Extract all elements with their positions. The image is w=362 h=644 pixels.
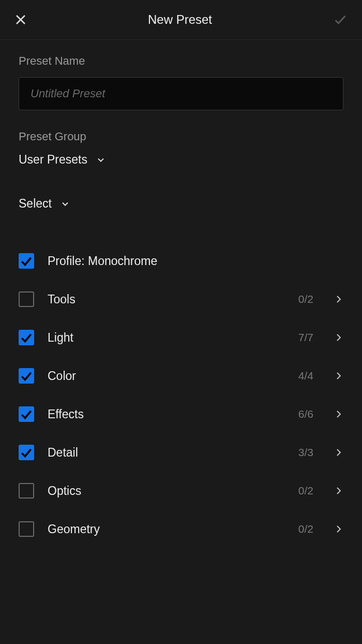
option-count: 4/4 [298, 370, 313, 382]
option-checkbox[interactable] [19, 445, 34, 460]
option-checkbox[interactable] [19, 291, 34, 307]
close-icon[interactable] [14, 13, 27, 26]
option-label: Optics [48, 484, 285, 498]
option-checkbox[interactable] [19, 406, 34, 422]
option-checkbox[interactable] [19, 368, 34, 384]
option-label: Light [48, 331, 285, 345]
option-row: Color4/4 [19, 357, 343, 395]
option-checkbox[interactable] [19, 483, 34, 499]
header: New Preset [0, 0, 362, 40]
chevron-right-icon[interactable] [334, 448, 343, 457]
page-title: New Preset [148, 12, 212, 27]
preset-name-input[interactable] [19, 77, 343, 110]
option-row: Profile: Monochrome [19, 242, 343, 280]
option-row: Tools0/2 [19, 280, 343, 318]
option-count: 0/2 [298, 293, 313, 305]
option-row: Light7/7 [19, 318, 343, 357]
content: Preset Name Preset Group User Presets Se… [0, 40, 362, 563]
option-row: Geometry0/2 [19, 510, 343, 548]
option-label: Geometry [48, 522, 285, 536]
option-checkbox[interactable] [19, 253, 34, 269]
preset-group-dropdown[interactable]: User Presets [19, 153, 343, 167]
preset-name-label: Preset Name [19, 54, 343, 68]
option-label: Color [48, 369, 285, 383]
option-count: 0/2 [298, 485, 313, 497]
option-count: 7/7 [298, 331, 313, 344]
confirm-icon[interactable] [333, 12, 348, 27]
option-label: Profile: Monochrome [48, 254, 343, 268]
option-count: 3/3 [298, 446, 313, 459]
chevron-right-icon[interactable] [334, 524, 343, 534]
chevron-right-icon[interactable] [334, 295, 343, 304]
chevron-down-icon [96, 155, 106, 165]
options-list: Profile: MonochromeTools0/2Light7/7Color… [19, 242, 343, 548]
option-label: Effects [48, 407, 285, 421]
option-row: Detail3/3 [19, 433, 343, 472]
chevron-down-icon [60, 199, 70, 209]
select-dropdown[interactable]: Select [19, 197, 343, 211]
chevron-right-icon[interactable] [334, 486, 343, 495]
option-row: Effects6/6 [19, 395, 343, 433]
preset-group-label: Preset Group [19, 130, 343, 143]
option-label: Tools [48, 292, 285, 306]
option-label: Detail [48, 446, 285, 460]
option-checkbox[interactable] [19, 521, 34, 537]
preset-group-value: User Presets [19, 153, 87, 167]
chevron-right-icon[interactable] [334, 371, 343, 380]
option-count: 0/2 [298, 523, 313, 535]
option-checkbox[interactable] [19, 330, 34, 345]
select-label: Select [19, 197, 52, 211]
option-row: Optics0/2 [19, 472, 343, 510]
option-count: 6/6 [298, 408, 313, 420]
chevron-right-icon[interactable] [334, 409, 343, 419]
chevron-right-icon[interactable] [334, 333, 343, 342]
